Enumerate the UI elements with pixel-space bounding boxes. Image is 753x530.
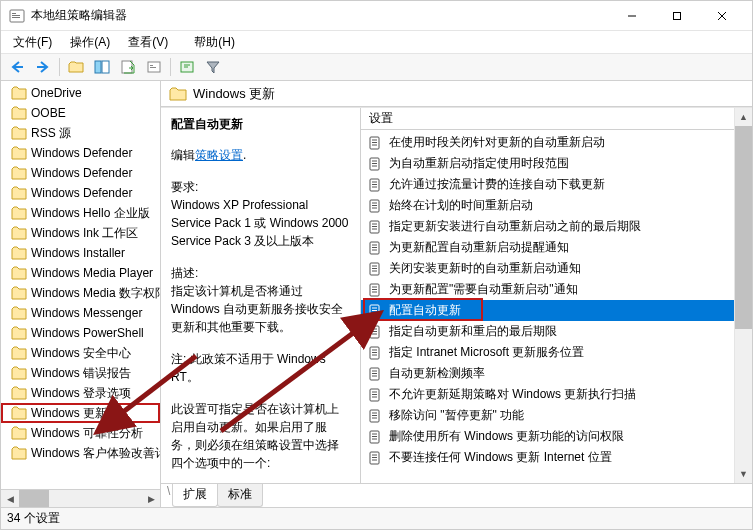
- nav-forward-button[interactable]: [31, 55, 55, 79]
- statusbar: 34 个设置: [1, 507, 752, 529]
- tree-item[interactable]: Windows 登录选项: [1, 383, 160, 403]
- setting-item[interactable]: 自动更新检测频率: [361, 363, 734, 384]
- tree-item-label: Windows Defender: [31, 186, 132, 200]
- policy-icon: [367, 135, 383, 151]
- tree-item-label: Windows Messenger: [31, 306, 142, 320]
- tree-body[interactable]: OneDriveOOBERSS 源Windows DefenderWindows…: [1, 81, 160, 489]
- tree-item-label: Windows Ink 工作区: [31, 225, 138, 242]
- tree-item[interactable]: OOBE: [1, 103, 160, 123]
- description-pane: 配置自动更新 编辑策略设置. 要求: Windows XP Profession…: [161, 108, 361, 483]
- setting-item-label: 始终在计划的时间重新启动: [389, 197, 533, 214]
- menu-view[interactable]: 查看(V): [120, 32, 176, 53]
- setting-item[interactable]: 关闭安装更新时的自动重新启动通知: [361, 258, 734, 279]
- tree-item[interactable]: Windows 安全中心: [1, 343, 160, 363]
- setting-item[interactable]: 为更新配置自动重新启动提醒通知: [361, 237, 734, 258]
- tab-extended[interactable]: 扩展: [172, 484, 218, 507]
- setting-item-label: 自动更新检测频率: [389, 365, 485, 382]
- setting-item[interactable]: 指定 Intranet Microsoft 更新服务位置: [361, 342, 734, 363]
- tab-standard[interactable]: 标准: [217, 484, 263, 507]
- scroll-left-icon[interactable]: ◀: [1, 490, 19, 507]
- tree-item[interactable]: Windows Installer: [1, 243, 160, 263]
- selected-policy-title: 配置自动更新: [171, 116, 350, 133]
- tree-item-label: Windows Hello 企业版: [31, 205, 150, 222]
- setting-item[interactable]: 为自动重新启动指定使用时段范围: [361, 153, 734, 174]
- menu-action[interactable]: 操作(A): [62, 32, 118, 53]
- note-text: 注: 此政策不适用于 Windows RT。: [171, 350, 350, 386]
- settings-list[interactable]: 在使用时段关闭针对更新的自动重新启动为自动重新启动指定使用时段范围允许通过按流量…: [361, 130, 734, 483]
- tree-item[interactable]: OneDrive: [1, 83, 160, 103]
- detail-pane: Windows 更新 配置自动更新 编辑策略设置. 要求: Windows XP…: [161, 81, 752, 507]
- tree-item[interactable]: Windows Media 数字权限管理: [1, 283, 160, 303]
- settings-vertical-scrollbar[interactable]: ▲ ▼: [734, 108, 752, 483]
- policy-icon: [367, 282, 383, 298]
- minimize-button[interactable]: [609, 2, 654, 30]
- policy-icon: [367, 324, 383, 340]
- tree-item[interactable]: RSS 源: [1, 123, 160, 143]
- setting-item[interactable]: 移除访问 "暂停更新" 功能: [361, 405, 734, 426]
- tree-item[interactable]: Windows 可靠性分析: [1, 423, 160, 443]
- edit-policy-link[interactable]: 策略设置: [195, 148, 243, 162]
- maximize-button[interactable]: [654, 2, 699, 30]
- tree-item-label: Windows 更新: [31, 405, 107, 422]
- tree-item[interactable]: Windows Defender: [1, 163, 160, 183]
- status-text: 34 个设置: [7, 510, 60, 527]
- policy-icon: [367, 303, 383, 319]
- more-text: 此设置可指定是否在该计算机上启用自动更新。如果启用了服务，则必须在组策略设置中选…: [171, 400, 350, 472]
- description-section: 描述: 指定该计算机是否将通过 Windows 自动更新服务接收安全更新和其他重…: [171, 264, 350, 336]
- tree-item[interactable]: Windows 错误报告: [1, 363, 160, 383]
- app-icon: [9, 8, 25, 24]
- up-folder-button[interactable]: [64, 55, 88, 79]
- setting-item[interactable]: 在使用时段关闭针对更新的自动重新启动: [361, 132, 734, 153]
- setting-item[interactable]: 指定更新安装进行自动重新启动之前的最后期限: [361, 216, 734, 237]
- svg-rect-10: [122, 61, 132, 73]
- policy-icon: [367, 240, 383, 256]
- policy-icon: [367, 408, 383, 424]
- setting-item[interactable]: 配置自动更新: [361, 300, 734, 321]
- setting-item[interactable]: 不要连接任何 Windows 更新 Internet 位置: [361, 447, 734, 468]
- filter-on-button[interactable]: [201, 55, 225, 79]
- edit-label: 编辑: [171, 148, 195, 162]
- properties-button[interactable]: [142, 55, 166, 79]
- scroll-right-icon[interactable]: ▶: [142, 490, 160, 507]
- settings-column-header[interactable]: 设置: [361, 108, 734, 130]
- tree-item[interactable]: Windows Hello 企业版: [1, 203, 160, 223]
- setting-item[interactable]: 始终在计划的时间重新启动: [361, 195, 734, 216]
- tree-item[interactable]: Windows Ink 工作区: [1, 223, 160, 243]
- scroll-down-icon[interactable]: ▼: [735, 465, 752, 483]
- close-button[interactable]: [699, 2, 744, 30]
- policy-icon: [367, 345, 383, 361]
- policy-icon: [367, 366, 383, 382]
- setting-item[interactable]: 不允许更新延期策略对 Windows 更新执行扫描: [361, 384, 734, 405]
- tree-item[interactable]: Windows PowerShell: [1, 323, 160, 343]
- svg-rect-8: [95, 61, 101, 73]
- description-body: 指定该计算机是否将通过 Windows 自动更新服务接收安全更新和其他重要下载。: [171, 282, 350, 336]
- menu-help[interactable]: 帮助(H): [186, 32, 243, 53]
- tree-item[interactable]: Windows 客户体验改善计划: [1, 443, 160, 463]
- requirements-section: 要求: Windows XP Professional Service Pack…: [171, 178, 350, 250]
- nav-back-button[interactable]: [5, 55, 29, 79]
- folder-icon: [169, 86, 187, 102]
- content-area: OneDriveOOBERSS 源Windows DefenderWindows…: [1, 81, 752, 507]
- tree-item[interactable]: Windows 更新: [1, 403, 160, 423]
- tree-item[interactable]: Windows Defender: [1, 143, 160, 163]
- export-list-button[interactable]: [116, 55, 140, 79]
- setting-item[interactable]: 为更新配置"需要自动重新启动"通知: [361, 279, 734, 300]
- setting-item[interactable]: 指定自动更新和重启的最后期限: [361, 321, 734, 342]
- toolbar: [1, 53, 752, 81]
- tab-bar: \ 扩展 标准: [161, 483, 752, 507]
- show-hide-tree-button[interactable]: [90, 55, 114, 79]
- tree-horizontal-scrollbar[interactable]: ◀ ▶: [1, 489, 160, 507]
- policy-icon: [367, 450, 383, 466]
- tree-item[interactable]: Windows Defender: [1, 183, 160, 203]
- menubar: 文件(F) 操作(A) 查看(V) 帮助(H): [1, 31, 752, 53]
- tree-item-label: Windows Media 数字权限管理: [31, 285, 160, 302]
- filter-options-button[interactable]: [175, 55, 199, 79]
- tree-item-label: Windows Installer: [31, 246, 125, 260]
- svg-rect-2: [12, 15, 20, 16]
- setting-item[interactable]: 删除使用所有 Windows 更新功能的访问权限: [361, 426, 734, 447]
- tree-item[interactable]: Windows Messenger: [1, 303, 160, 323]
- scroll-up-icon[interactable]: ▲: [735, 108, 752, 126]
- tree-item[interactable]: Windows Media Player: [1, 263, 160, 283]
- menu-file[interactable]: 文件(F): [5, 32, 60, 53]
- setting-item[interactable]: 允许通过按流量计费的连接自动下载更新: [361, 174, 734, 195]
